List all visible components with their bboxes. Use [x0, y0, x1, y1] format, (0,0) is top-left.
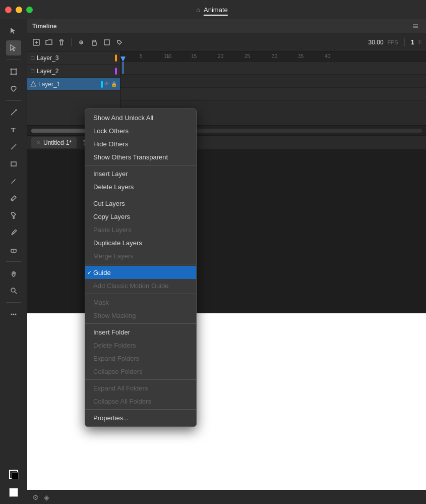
- menu-item-guide[interactable]: ✓ Guide: [85, 266, 196, 279]
- select-tool[interactable]: [6, 23, 21, 38]
- ruler-30: 30: [272, 51, 277, 61]
- text-tool[interactable]: T: [6, 122, 21, 137]
- tab-close-icon[interactable]: ✕: [36, 140, 40, 145]
- fps-label: FPS: [388, 39, 398, 45]
- menu-item-paste-layers[interactable]: Paste Layers: [85, 223, 196, 236]
- menu-item-label: Mask: [93, 299, 109, 306]
- delete-layer-button[interactable]: [56, 37, 67, 48]
- menu-item-label: Collapse Folders: [93, 368, 143, 375]
- layer-row[interactable]: Layer_1 👁 🔒: [27, 78, 120, 91]
- menu-item-label: Duplicate Layers: [93, 239, 142, 247]
- menu-item-lock-others[interactable]: Lock Others: [85, 124, 196, 137]
- menu-item-properties[interactable]: Properties...: [85, 411, 196, 424]
- context-menu: Show And Unlock All Lock Others Hide Oth…: [85, 108, 197, 427]
- menu-item-label: Show And Unlock All: [93, 114, 153, 122]
- svg-point-4: [10, 74, 12, 75]
- playhead: [123, 62, 124, 74]
- new-layer-button[interactable]: [31, 37, 41, 48]
- menu-item-label: Cut Layers: [93, 200, 125, 207]
- menu-item-mask[interactable]: Mask: [85, 296, 196, 309]
- guide-layer-icon: [30, 81, 36, 88]
- menu-item-cut-layers[interactable]: Cut Layers: [85, 197, 196, 210]
- menu-item-expand-folders[interactable]: Expand Folders: [85, 352, 196, 365]
- menu-item-label: Expand All Folders: [93, 384, 148, 392]
- menu-item-expand-all-folders[interactable]: Expand All Folders: [85, 381, 196, 395]
- layer-lock[interactable]: [89, 37, 99, 48]
- line-tool[interactable]: [6, 139, 21, 154]
- layer-outline[interactable]: [102, 37, 112, 48]
- menu-item-insert-layer[interactable]: Insert Layer: [85, 167, 196, 180]
- ruler-15: 15: [191, 51, 197, 61]
- menu-item-label: Insert Layer: [93, 170, 128, 178]
- new-folder-button[interactable]: [44, 37, 54, 48]
- track-row: [120, 75, 426, 88]
- layer-row[interactable]: ◻ Layer_2: [27, 65, 120, 78]
- menu-item-label: Collapse All Folders: [93, 398, 151, 405]
- layer-row[interactable]: ◻ Layer_3: [27, 51, 120, 65]
- brush-tool[interactable]: [6, 191, 21, 206]
- svg-rect-0: [11, 69, 16, 74]
- paint-bucket-tool[interactable]: [6, 208, 21, 223]
- layer-color-chip: [101, 81, 103, 88]
- menu-separator-5: [85, 323, 196, 324]
- close-button[interactable]: [5, 7, 12, 13]
- fill-color[interactable]: [6, 485, 21, 500]
- ruler-10: 10: [166, 51, 171, 61]
- svg-rect-27: [104, 40, 109, 45]
- menu-item-delete-layers[interactable]: Delete Layers: [85, 180, 196, 193]
- menu-item-label: Show Others Transparent: [93, 153, 168, 161]
- pencil-tool[interactable]: [6, 174, 21, 189]
- layer-visibility[interactable]: [76, 37, 86, 48]
- ruler-20: 20: [218, 51, 223, 61]
- eyedropper-tool[interactable]: [6, 225, 21, 240]
- hand-tool[interactable]: [6, 266, 21, 281]
- menu-item-insert-folder[interactable]: Insert Folder: [85, 325, 196, 339]
- menu-item-collapse-all-folders[interactable]: Collapse All Folders: [85, 395, 196, 408]
- zoom-tool[interactable]: [6, 283, 21, 298]
- menu-item-show-others-transparent[interactable]: Show Others Transparent: [85, 150, 196, 163]
- layer-color-chip: [115, 54, 117, 62]
- menu-item-label: Hide Others: [93, 140, 128, 148]
- status-bar: ⚙ ◈: [27, 490, 426, 504]
- menu-separator-6: [85, 379, 196, 380]
- timeline-toolbar: 30.00 FPS 1 F: [27, 33, 426, 51]
- subselect-tool[interactable]: [6, 40, 21, 55]
- menu-item-label: Add Classic Motion Guide: [93, 282, 169, 290]
- maximize-button[interactable]: [26, 7, 33, 13]
- menu-item-copy-layers[interactable]: Copy Layers: [85, 210, 196, 223]
- layer-name: Layer_1: [38, 81, 99, 88]
- svg-point-15: [13, 314, 14, 315]
- svg-line-13: [15, 292, 17, 294]
- tab-untitled[interactable]: ✕ Untitled-1*: [31, 137, 77, 148]
- minimize-button[interactable]: [16, 7, 22, 13]
- titlebar: ⌂ Animate: [0, 0, 426, 19]
- menu-item-show-unlock-all[interactable]: Show And Unlock All: [85, 111, 196, 124]
- menu-item-duplicate-layers[interactable]: Duplicate Layers: [85, 236, 196, 249]
- menu-item-label: Expand Folders: [93, 355, 139, 362]
- menu-item-hide-others[interactable]: Hide Others: [85, 137, 196, 150]
- more-tools[interactable]: [6, 307, 21, 322]
- ruler-25: 25: [245, 51, 250, 61]
- menu-item-show-masking[interactable]: Show Masking: [85, 309, 196, 322]
- svg-rect-8: [11, 162, 16, 166]
- stroke-color[interactable]: [6, 467, 21, 482]
- pen-tool[interactable]: [6, 105, 21, 120]
- menu-item-merge-layers[interactable]: Merge Layers: [85, 249, 196, 262]
- menu-item-label: Show Masking: [93, 312, 136, 319]
- menu-item-collapse-folders[interactable]: Collapse Folders: [85, 365, 196, 378]
- layer-type[interactable]: [114, 37, 125, 48]
- svg-point-14: [11, 314, 12, 315]
- lasso-tool[interactable]: [6, 81, 21, 96]
- rectangle-tool[interactable]: [6, 156, 21, 172]
- menu-item-delete-folders[interactable]: Delete Folders: [85, 339, 196, 352]
- eraser-tool[interactable]: [6, 242, 21, 257]
- free-transform-tool[interactable]: [6, 64, 21, 79]
- home-icon: ⌂: [196, 6, 200, 14]
- layer-name: Layer_2: [37, 68, 113, 75]
- menu-item-add-classic-motion-guide[interactable]: Add Classic Motion Guide: [85, 279, 196, 292]
- timeline-menu[interactable]: [410, 21, 421, 32]
- menu-item-label: Merge Layers: [93, 252, 133, 260]
- layer-lock-icon: 🔒: [111, 81, 117, 87]
- app-title: ⌂ Animate: [196, 6, 229, 14]
- svg-point-2: [15, 69, 17, 70]
